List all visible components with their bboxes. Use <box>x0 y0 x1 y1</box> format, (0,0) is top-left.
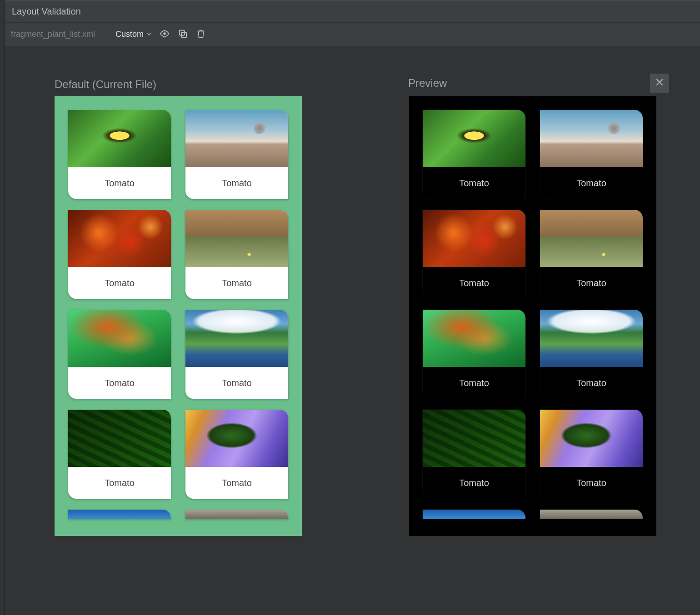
plant-label: Tomato <box>423 367 525 399</box>
plant-thumb <box>423 210 525 267</box>
plant-card[interactable]: Tomato <box>185 310 288 399</box>
plant-thumb <box>540 310 643 367</box>
plant-thumb <box>185 210 288 267</box>
plant-card[interactable]: Tomato <box>540 210 643 299</box>
mode-dropdown[interactable]: Custom <box>113 28 155 41</box>
plant-label: Tomato <box>68 167 171 199</box>
plant-label: Tomato <box>185 267 288 299</box>
plant-label: Tomato <box>68 467 171 499</box>
plant-card[interactable]: Tomato <box>423 410 525 499</box>
plant-thumb <box>540 210 643 267</box>
plant-label: Tomato <box>540 367 643 399</box>
plant-label: Tomato <box>185 467 288 499</box>
visibility-button[interactable] <box>156 26 173 43</box>
plant-card[interactable] <box>68 510 171 519</box>
plant-card[interactable] <box>185 510 288 519</box>
plant-thumb <box>423 110 525 167</box>
copy-icon <box>178 29 188 40</box>
plant-thumb <box>540 110 643 167</box>
plant-card[interactable]: Tomato <box>423 110 525 199</box>
plant-label: Tomato <box>540 267 643 299</box>
trash-icon <box>196 29 206 40</box>
plant-card[interactable]: Tomato <box>540 410 643 499</box>
plant-thumb <box>423 510 525 519</box>
close-preview-button[interactable] <box>650 74 669 93</box>
plant-label: Tomato <box>423 267 525 299</box>
copy-button[interactable] <box>175 26 191 43</box>
panel-titlebar: Layout Validation <box>5 0 700 23</box>
plant-thumb <box>185 310 288 367</box>
plant-thumb <box>68 210 171 267</box>
plant-card[interactable]: Tomato <box>185 210 288 299</box>
plant-thumb <box>68 410 171 467</box>
preview-panel-label: Preview <box>408 77 447 89</box>
plant-card[interactable]: Tomato <box>68 310 171 399</box>
plant-label: Tomato <box>423 167 525 199</box>
plant-thumb <box>540 510 643 519</box>
plant-thumb <box>423 410 525 467</box>
plant-card[interactable]: Tomato <box>185 110 288 199</box>
delete-button[interactable] <box>193 26 209 43</box>
plant-thumb <box>185 110 288 167</box>
toolbar: fragment_plant_list.xml Custom <box>5 23 700 46</box>
default-panel-label: Default (Current File) <box>55 78 156 91</box>
eye-icon <box>160 29 170 40</box>
plant-label: Tomato <box>423 467 525 499</box>
plant-label: Tomato <box>185 367 288 399</box>
plant-label: Tomato <box>68 267 171 299</box>
plant-card[interactable]: Tomato <box>540 110 643 199</box>
plant-card[interactable]: Tomato <box>185 410 288 499</box>
left-tool-strip <box>0 0 5 615</box>
plant-thumb <box>540 410 643 467</box>
plant-thumb <box>68 110 171 167</box>
plant-card[interactable] <box>423 510 525 519</box>
plant-card[interactable]: Tomato <box>423 310 525 399</box>
toolbar-divider <box>106 28 106 41</box>
default-device-preview[interactable]: Tomato Tomato Tomato Tomato Tomato <box>55 96 302 536</box>
plant-thumb <box>68 310 171 367</box>
plant-label: Tomato <box>68 367 171 399</box>
svg-point-1 <box>163 32 166 35</box>
panel-title: Layout Validation <box>12 6 81 17</box>
plant-card[interactable] <box>540 510 643 519</box>
plant-label: Tomato <box>185 167 288 199</box>
plant-card[interactable]: Tomato <box>68 210 171 299</box>
plant-label: Tomato <box>540 467 643 499</box>
filename-label: fragment_plant_list.xml <box>10 30 100 39</box>
plant-card[interactable]: Tomato <box>68 410 171 499</box>
plant-card[interactable]: Tomato <box>423 210 525 299</box>
plant-thumb <box>68 510 171 519</box>
plant-thumb <box>423 310 525 367</box>
mode-dropdown-label: Custom <box>115 30 144 39</box>
close-icon <box>655 78 664 89</box>
chevron-down-icon <box>146 30 152 39</box>
plant-thumb <box>185 510 288 519</box>
plant-card[interactable]: Tomato <box>540 310 643 399</box>
preview-device-preview[interactable]: Tomato Tomato Tomato Tomato Tomato <box>409 96 656 536</box>
content-area: Default (Current File) Preview Tomato To… <box>5 46 700 615</box>
plant-label: Tomato <box>540 167 643 199</box>
plant-thumb <box>185 410 288 467</box>
plant-card[interactable]: Tomato <box>68 110 171 199</box>
